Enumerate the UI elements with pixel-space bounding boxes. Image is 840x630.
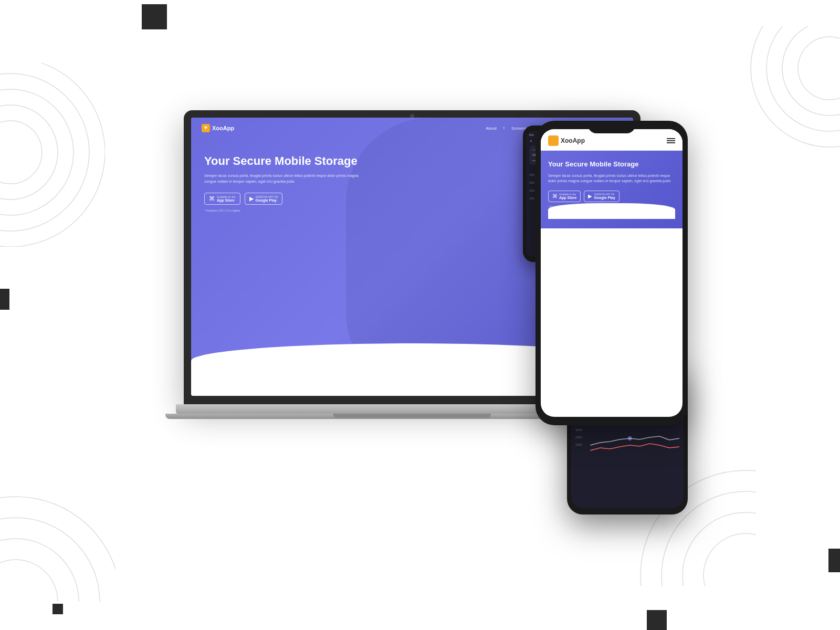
smartphone-device: XooApp Your Secure Mobile Storage Semper… <box>536 121 688 446</box>
sm-apple-icon: ⌘ <box>552 193 558 199</box>
laptop-appstore-button[interactable]: ⌘ Available on the App Store <box>204 193 240 205</box>
sm-hamburger-icon[interactable] <box>667 138 675 143</box>
smartphone-website: XooApp Your Secure Mobile Storage Semper… <box>541 129 682 417</box>
phone-menu-icon: ≡ <box>530 139 532 142</box>
laptop-logo-icon <box>202 124 210 132</box>
googleplay-text: ANDROID APP ON Google Play <box>256 195 278 202</box>
laptop-requires-text: * Requires iOS 7.0 or higher <box>204 209 362 212</box>
laptop-foot-inner <box>333 414 491 418</box>
appstore-label: Available on the <box>217 195 236 198</box>
laptop-hero-title: Your Secure Mobile Storage <box>204 154 362 168</box>
googleplay-label: ANDROID APP ON <box>256 195 278 198</box>
smartphone-screen: XooApp Your Secure Mobile Storage Semper… <box>541 129 682 417</box>
sm-logo-text: XooApp <box>561 137 585 144</box>
sm-play-icon: ▶ <box>588 193 592 199</box>
laptop-hero-desc: Semper lacus cursus porta, feugiat primi… <box>204 173 362 184</box>
apple-icon: ⌘ <box>209 195 215 202</box>
nav-link-about[interactable]: About <box>486 126 497 131</box>
sm-googleplay-text: ANDROID APP ON Google Play <box>594 193 615 200</box>
svg-text:1000: 1000 <box>529 197 534 200</box>
sm-store-buttons: ⌘ Available on the App Store ▶ <box>548 191 675 202</box>
smartphone-notch <box>588 121 635 133</box>
phone-time: 9:41 <box>529 134 534 136</box>
sm-logo-icon <box>548 135 559 146</box>
svg-text:3000: 3000 <box>529 182 534 184</box>
laptop-nav-logo: XooXooAppApp <box>202 124 234 132</box>
laptop-store-buttons: ⌘ Available on the App Store ▶ <box>204 193 362 205</box>
sm-appstore-button[interactable]: ⌘ Available on the App Store <box>548 191 581 202</box>
devices-container: XooXooAppApp About ▾ Screens Our Team Fe… <box>131 79 709 551</box>
laptop-googleplay-button[interactable]: ▶ ANDROID APP ON Google Play <box>245 193 283 205</box>
sm-logo: XooApp <box>548 135 585 146</box>
laptop-hero-content: Your Secure Mobile Storage Semper lacus … <box>204 154 362 212</box>
sm-appstore-label: Available on the <box>559 193 576 196</box>
svg-text:2000: 2000 <box>529 190 534 192</box>
appstore-name: App Store <box>217 198 236 202</box>
sm-googleplay-label: ANDROID APP ON <box>594 193 615 196</box>
sm-googleplay-name: Google Play <box>594 196 615 200</box>
sm-googleplay-button[interactable]: ▶ ANDROID APP ON Google Play <box>584 191 619 202</box>
sm-hero-title: Your Secure Mobile Storage <box>548 160 675 169</box>
play-icon: ▶ <box>249 195 254 202</box>
laptop-logo-text: XooXooAppApp <box>212 125 234 131</box>
main-content: XooXooAppApp About ▾ Screens Our Team Fe… <box>0 0 840 630</box>
googleplay-name: Google Play <box>256 198 278 202</box>
svg-text:4000: 4000 <box>529 174 534 176</box>
sm-hero: Your Secure Mobile Storage Semper lacus … <box>541 151 682 228</box>
sm-appstore-name: App Store <box>559 196 576 200</box>
sm-hero-desc: Semper lacus cursus porta, feugiat primi… <box>548 173 675 184</box>
smartphone-frame: XooApp Your Secure Mobile Storage Semper… <box>536 121 688 425</box>
sm-appstore-text: Available on the App Store <box>559 193 576 200</box>
appstore-text: Available on the App Store <box>217 195 236 202</box>
